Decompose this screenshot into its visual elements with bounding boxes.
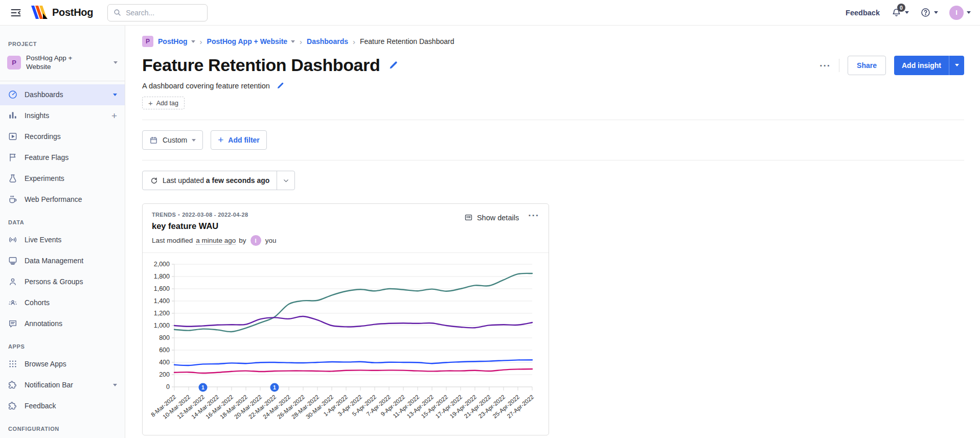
edit-description-button[interactable]: [276, 81, 285, 90]
edit-title-button[interactable]: [388, 60, 399, 71]
breadcrumb-separator: ›: [200, 37, 202, 46]
coffee-icon: [8, 194, 18, 204]
y-axis-tick-label: 800: [159, 334, 170, 341]
sidebar-item-label: Persons & Groups: [25, 278, 83, 286]
sidebar-item-insights[interactable]: Insights+: [0, 105, 125, 126]
show-details-button[interactable]: Show details: [464, 213, 519, 222]
chevron-down-icon: [113, 61, 118, 64]
sidebar-item-label: Live Events: [25, 236, 61, 244]
help-menu[interactable]: [920, 7, 938, 18]
insight-more-menu[interactable]: ...: [528, 213, 539, 217]
sidebar-section-header: APPS: [0, 334, 125, 354]
trend-line-series-blue[interactable]: [174, 360, 532, 365]
breadcrumb-item-posthog[interactable]: PostHog: [158, 37, 195, 45]
add-tag-button[interactable]: + Add tag: [142, 97, 185, 109]
puzzle-icon: [8, 380, 18, 390]
notification-count-badge: 0: [897, 4, 905, 12]
trend-line-series-purple[interactable]: [174, 316, 532, 328]
pencil-icon: [388, 60, 399, 71]
sidebar-item-cohorts[interactable]: Cohorts: [0, 292, 125, 313]
sidebar-item-notification-bar[interactable]: Notification Bar: [0, 375, 125, 396]
posthog-logo[interactable]: PostHog: [31, 6, 93, 19]
sidebar-collapse-icon[interactable]: [9, 6, 22, 19]
sidebar-item-dashboards[interactable]: Dashboards: [0, 84, 125, 105]
chevron-down-icon: [955, 64, 959, 66]
sidebar-item-feedback[interactable]: Feedback: [0, 396, 125, 417]
sidebar-item-label: Data Management: [25, 257, 83, 265]
insight-card: TRENDS•2022-03-08 - 2022-04-28 key featu…: [142, 203, 549, 435]
chevron-down-icon: [191, 40, 195, 43]
flag-icon: [8, 152, 18, 163]
y-axis-tick-label: 1,400: [154, 297, 170, 305]
feedback-link[interactable]: Feedback: [846, 9, 880, 17]
y-axis-tick-label: 2,000: [154, 261, 170, 268]
sidebar-item-label: Insights: [25, 111, 49, 120]
add-filter-button[interactable]: + Add filter: [211, 130, 267, 150]
insight-date-range: 2022-03-08 - 2022-04-28: [182, 212, 248, 218]
dashboard-more-menu[interactable]: ...: [819, 63, 831, 67]
sidebar: PROJECTPPostHog App + WebsiteDashboardsI…: [0, 26, 125, 438]
divider: [142, 160, 964, 160]
sidebar-item-label: Recordings: [25, 132, 61, 141]
main-content: P PostHog › PostHog App + Website › Dash…: [125, 26, 980, 438]
chevron-down-icon: [905, 11, 909, 14]
sidebar-item-feature-flags[interactable]: Feature Flags: [0, 147, 125, 168]
plus-icon[interactable]: +: [111, 111, 117, 121]
trend-line-series-magenta[interactable]: [174, 369, 532, 373]
avatar: I: [949, 6, 964, 20]
plus-icon: +: [148, 99, 153, 107]
chevron-down-icon: [934, 11, 938, 14]
divider: [142, 120, 964, 120]
chevron-down-icon: [291, 40, 295, 43]
avatar: I: [250, 235, 261, 246]
sidebar-item-persons-groups[interactable]: Persons & Groups: [0, 271, 125, 292]
breadcrumb: P PostHog › PostHog App + Website › Dash…: [142, 36, 964, 47]
date-range-dropdown[interactable]: Custom: [142, 130, 203, 150]
page-title: Feature Retention Dashboard: [142, 55, 380, 75]
flask-icon: [8, 173, 18, 183]
project-avatar: P: [7, 56, 21, 70]
sidebar-item-annotations[interactable]: Annotations: [0, 313, 125, 334]
breadcrumb-separator: ›: [300, 37, 302, 46]
annotation-badge-label: 1: [273, 384, 276, 390]
refresh-dropdown[interactable]: [277, 171, 294, 190]
dashboard-icon: [8, 89, 18, 100]
refresh-button[interactable]: Last updated a few seconds ago: [143, 171, 277, 190]
sidebar-item-web-performance[interactable]: Web Performance: [0, 189, 125, 210]
breadcrumb-item-project[interactable]: PostHog App + Website: [207, 37, 295, 45]
add-insight-button[interactable]: Add insight: [894, 56, 964, 75]
share-button[interactable]: Share: [848, 56, 886, 75]
chevron-down-icon[interactable]: [113, 384, 117, 386]
sidebar-item-browse-apps[interactable]: Browse Apps: [0, 354, 125, 375]
pencil-icon: [276, 81, 285, 90]
posthog-logo-icon: [31, 6, 48, 19]
calendar-icon: [149, 136, 158, 145]
sidebar-item-experiments[interactable]: Experiments: [0, 168, 125, 189]
notifications-menu[interactable]: 0: [891, 7, 909, 18]
trend-chart[interactable]: 02004006008001,0001,2001,4001,6001,8002,…: [143, 253, 549, 435]
insight-title[interactable]: key feature WAU: [152, 221, 276, 231]
account-menu[interactable]: I: [949, 6, 971, 20]
sidebar-section-header: PROJECT: [0, 32, 125, 51]
breadcrumb-item-current: Feature Retention Dashboard: [360, 37, 454, 45]
trend-line-series-teal[interactable]: [174, 273, 532, 332]
sidebar-item-recordings[interactable]: Recordings: [0, 126, 125, 147]
search-input[interactable]: Search...: [107, 4, 208, 21]
sidebar-item-label: Notification Bar: [25, 381, 73, 389]
monitor-icon: [8, 256, 18, 266]
breadcrumb-item-dashboards[interactable]: Dashboards: [307, 37, 348, 45]
chevron-down-icon: [192, 139, 196, 142]
refresh-control: Last updated a few seconds ago: [142, 171, 295, 190]
annotation-badge-label: 1: [201, 384, 204, 390]
breadcrumb-project-badge: P: [142, 36, 153, 47]
insight-modified: Last modified a minute ago by I you: [152, 235, 276, 246]
project-switcher[interactable]: PPostHog App + Website: [0, 51, 125, 77]
sidebar-item-label: Dashboards: [25, 90, 63, 99]
y-axis-tick-label: 1,600: [154, 285, 170, 292]
sidebar-item-data-management[interactable]: Data Management: [0, 250, 125, 271]
chevron-down-icon[interactable]: [113, 94, 117, 96]
add-insight-dropdown[interactable]: [949, 56, 964, 75]
y-axis-tick-label: 200: [159, 371, 170, 378]
sidebar-item-live-events[interactable]: Live Events: [0, 229, 125, 250]
top-bar: PostHog Search... Feedback 0: [0, 0, 980, 26]
